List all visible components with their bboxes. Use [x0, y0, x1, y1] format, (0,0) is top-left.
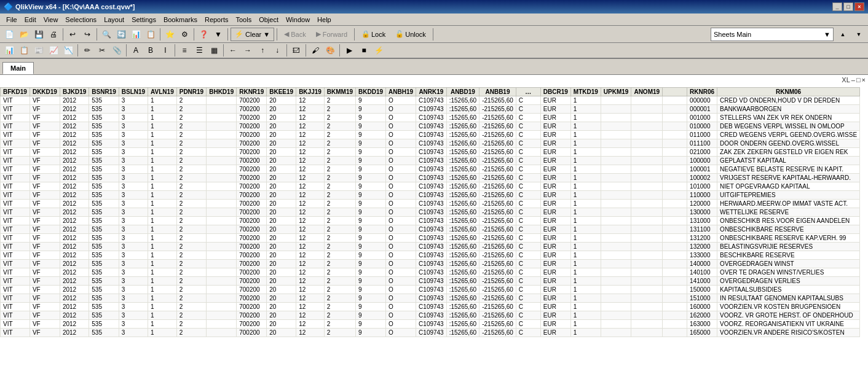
tb2-btn18[interactable]: ↓	[270, 44, 284, 57]
minimize-button[interactable]: _	[832, 2, 842, 11]
tb2-run-btn[interactable]: ▶	[342, 44, 356, 57]
table-cell-r26c11: 2	[324, 320, 355, 329]
tb2-btn4[interactable]: 📈	[47, 44, 60, 57]
table-cell-r0c9: 20	[267, 96, 296, 105]
table-cell-r21c22	[663, 277, 687, 286]
tb2-btn7[interactable]: ✂	[95, 44, 109, 57]
table-cell-r13c16: -215265,60	[479, 208, 516, 217]
menu-item-reports[interactable]: Reports	[201, 15, 232, 25]
tb2-btn13[interactable]: ☰	[192, 44, 206, 57]
tb2-btn17[interactable]: ↑	[256, 44, 269, 57]
table-cell-r27c0: VIT	[1, 329, 30, 337]
menu-item-view[interactable]: View	[40, 15, 62, 25]
table-cell-r27c15: :15265,60	[446, 329, 479, 337]
menu-item-layout[interactable]: Layout	[100, 15, 128, 25]
tb2-btn9[interactable]: A	[129, 44, 143, 57]
tb2-btn5[interactable]: 📉	[61, 44, 75, 57]
search-button[interactable]: 🔍	[100, 28, 113, 41]
table-cell-r12c12: 9	[356, 200, 386, 208]
lock-button[interactable]: 🔒 Lock	[357, 28, 390, 41]
minimize-ctrl[interactable]: –	[851, 76, 855, 84]
sheets-dropdown[interactable]: Sheets Main ▼	[711, 28, 834, 41]
table-cell-r25c20	[601, 311, 631, 320]
tb2-btn14[interactable]: ▦	[207, 44, 221, 57]
tb2-btn12[interactable]: ≡	[178, 44, 191, 57]
more-button[interactable]: ▼	[211, 28, 225, 41]
menu-item-tools[interactable]: Tools	[232, 15, 255, 25]
tb2-btn1[interactable]: 📊	[2, 44, 16, 57]
table-cell-r26c20	[601, 320, 631, 329]
maximize-ctrl[interactable]: □	[856, 76, 861, 84]
table-cell-r6c3: 535	[89, 148, 119, 157]
tb2-btn3[interactable]: 📰	[32, 44, 45, 57]
tb2-format-btn[interactable]: 🎨	[323, 44, 337, 57]
forward-button[interactable]: ▶ Forward	[312, 28, 352, 41]
table-cell-r2c7	[207, 114, 237, 122]
sheets-down-button[interactable]: ▼	[852, 28, 866, 41]
refresh-button[interactable]: 🔄	[114, 28, 128, 41]
table-cell-r7c1: VF	[30, 157, 60, 165]
table-cell-r18c3: 535	[89, 251, 119, 260]
tb2-stop-btn[interactable]: ■	[357, 44, 371, 57]
col-header-dkkd19: DKKD19	[30, 88, 60, 96]
table-cell-r23c24: IN RESULTAAT GENOMEN KAPITAALSUBS	[717, 294, 860, 303]
tb2-paint-btn[interactable]: 🖌	[309, 44, 322, 57]
redo-button[interactable]: ↪	[81, 28, 94, 41]
table-cell-r12c3: 535	[89, 200, 119, 208]
tb2-debug-btn[interactable]: ⚡	[372, 44, 385, 57]
tb2-btn2[interactable]: 📋	[17, 44, 31, 57]
tb2-btn10[interactable]: B	[144, 44, 157, 57]
table-cell-r3c11: 2	[324, 122, 355, 131]
tb2-chart-btn[interactable]: 🗠	[290, 44, 303, 57]
table-cell-r22c20	[601, 286, 631, 294]
sheets-up-button[interactable]: ▲	[836, 28, 850, 41]
open-button[interactable]: 📂	[17, 28, 31, 41]
table-cell-r2c3: 535	[89, 114, 119, 122]
table-cell-r1c10: 12	[296, 105, 325, 114]
unlock-button[interactable]: 🔓 Unlock	[391, 28, 430, 41]
table-cell-r7c18: EUR	[540, 157, 570, 165]
menu-item-window[interactable]: Window	[282, 15, 314, 25]
table-cell-r10c7	[207, 182, 237, 191]
table-cell-r20c4: 3	[119, 268, 148, 277]
menu-item-bookmarks[interactable]: Bookmarks	[160, 15, 201, 25]
table-cell-r5c1: VF	[30, 139, 60, 148]
table-cell-r7c12: 9	[356, 157, 386, 165]
tab-main[interactable]: Main	[2, 62, 34, 74]
menu-item-selections[interactable]: Selections	[61, 15, 100, 25]
chart-button[interactable]: 📊	[129, 28, 143, 41]
help-button[interactable]: ❓	[197, 28, 210, 41]
menu-item-object[interactable]: Object	[255, 15, 282, 25]
menu-item-edit[interactable]: Edit	[21, 15, 40, 25]
back-button[interactable]: ◀ Back	[280, 28, 310, 41]
table-cell-r17c21	[631, 243, 663, 251]
menu-item-file[interactable]: File	[2, 15, 21, 25]
clear-button[interactable]: ⚡ Clear ▼	[231, 28, 274, 41]
undo-button[interactable]: ↩	[66, 28, 79, 41]
col-header-	[663, 88, 687, 96]
new-button[interactable]: 📄	[2, 28, 16, 41]
close-button[interactable]: ×	[854, 2, 864, 11]
table-cell-r26c14: C109743	[416, 320, 447, 329]
print-button[interactable]: 🖨	[47, 28, 60, 41]
maximize-button[interactable]: □	[843, 2, 853, 11]
sep4	[194, 28, 194, 41]
tb2-btn8[interactable]: 📎	[110, 44, 124, 57]
tb2-btn16[interactable]: →	[241, 44, 254, 57]
save-button[interactable]: 💾	[32, 28, 45, 41]
table-cell-r9c3: 535	[89, 174, 119, 182]
bookmark-button[interactable]: ⭐	[163, 28, 176, 41]
table-cell-r27c17: C	[516, 329, 540, 337]
tb2-btn6[interactable]: ✏	[81, 44, 94, 57]
menu-item-settings[interactable]: Settings	[128, 15, 160, 25]
table-button[interactable]: 📋	[144, 28, 157, 41]
table-cell-r14c4: 3	[119, 217, 148, 225]
col-header-bkdd19: BKDD19	[356, 88, 386, 96]
settings-button[interactable]: ⚙	[178, 28, 191, 41]
table-cell-r24c10: 12	[296, 303, 325, 311]
table-cell-r5c19: 1	[570, 139, 601, 148]
tb2-btn15[interactable]: ←	[226, 44, 240, 57]
menu-item-help[interactable]: Help	[314, 15, 335, 25]
close-ctrl[interactable]: ×	[862, 76, 866, 84]
tb2-btn11[interactable]: I	[159, 44, 172, 57]
